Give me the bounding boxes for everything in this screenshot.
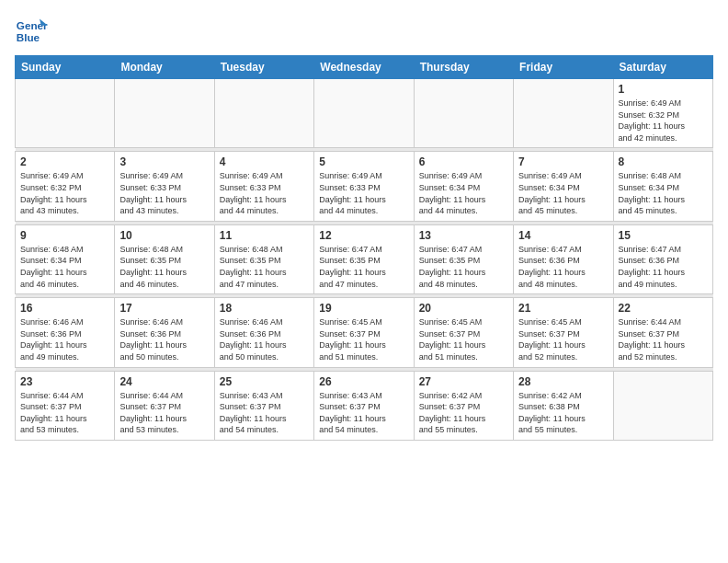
calendar-header-row: SundayMondayTuesdayWednesdayThursdayFrid… [16,56,713,79]
day-info: Sunrise: 6:46 AM Sunset: 6:36 PM Dayligh… [119,316,209,362]
calendar-cell: 28Sunrise: 6:42 AM Sunset: 6:38 PM Dayli… [514,371,613,440]
calendar-cell: 10Sunrise: 6:48 AM Sunset: 6:35 PM Dayli… [115,224,214,293]
page-header: General Blue [15,15,713,48]
day-info: Sunrise: 6:45 AM Sunset: 6:37 PM Dayligh… [319,316,408,362]
day-number: 26 [319,375,408,388]
day-info: Sunrise: 6:45 AM Sunset: 6:37 PM Dayligh… [518,316,608,362]
header-wednesday: Wednesday [314,56,414,79]
calendar-cell: 19Sunrise: 6:45 AM Sunset: 6:37 PM Dayli… [314,298,414,367]
day-info: Sunrise: 6:42 AM Sunset: 6:37 PM Dayligh… [419,390,508,436]
day-info: Sunrise: 6:49 AM Sunset: 6:32 PM Dayligh… [20,170,109,216]
day-info: Sunrise: 6:49 AM Sunset: 6:34 PM Dayligh… [419,170,508,216]
day-number: 4 [220,155,309,168]
calendar-cell: 6Sunrise: 6:49 AM Sunset: 6:34 PM Daylig… [414,152,513,221]
calendar-cell: 18Sunrise: 6:46 AM Sunset: 6:36 PM Dayli… [214,298,313,367]
calendar-cell: 15Sunrise: 6:47 AM Sunset: 6:36 PM Dayli… [613,224,712,293]
calendar-cell [613,371,712,440]
day-info: Sunrise: 6:49 AM Sunset: 6:32 PM Dayligh… [619,98,708,144]
calendar-cell: 1Sunrise: 6:49 AM Sunset: 6:32 PM Daylig… [613,79,712,148]
day-number: 28 [518,375,608,388]
calendar-table: SundayMondayTuesdayWednesdayThursdayFrid… [15,55,713,441]
day-number: 2 [20,155,109,168]
calendar-cell: 16Sunrise: 6:46 AM Sunset: 6:36 PM Dayli… [16,298,115,367]
calendar-cell: 2Sunrise: 6:49 AM Sunset: 6:32 PM Daylig… [16,152,115,221]
day-info: Sunrise: 6:43 AM Sunset: 6:37 PM Dayligh… [220,390,309,436]
calendar-cell: 12Sunrise: 6:47 AM Sunset: 6:35 PM Dayli… [314,224,414,293]
day-number: 15 [619,229,708,242]
calendar-cell: 20Sunrise: 6:45 AM Sunset: 6:37 PM Dayli… [414,298,513,367]
day-number: 17 [119,302,209,315]
calendar-week-3: 9Sunrise: 6:48 AM Sunset: 6:34 PM Daylig… [16,224,713,293]
day-number: 20 [419,302,508,315]
calendar-week-1: 1Sunrise: 6:49 AM Sunset: 6:32 PM Daylig… [16,79,713,148]
day-number: 6 [419,155,508,168]
day-number: 9 [20,229,109,242]
day-info: Sunrise: 6:48 AM Sunset: 6:35 PM Dayligh… [220,244,309,290]
day-info: Sunrise: 6:42 AM Sunset: 6:38 PM Dayligh… [518,390,608,436]
day-number: 21 [518,302,608,315]
day-number: 27 [419,375,508,388]
calendar-cell: 7Sunrise: 6:49 AM Sunset: 6:34 PM Daylig… [514,152,613,221]
day-info: Sunrise: 6:44 AM Sunset: 6:37 PM Dayligh… [119,390,209,436]
day-info: Sunrise: 6:47 AM Sunset: 6:35 PM Dayligh… [419,244,508,290]
day-info: Sunrise: 6:48 AM Sunset: 6:34 PM Dayligh… [20,244,109,290]
day-info: Sunrise: 6:49 AM Sunset: 6:34 PM Dayligh… [518,170,608,216]
calendar-cell [514,79,613,148]
day-info: Sunrise: 6:44 AM Sunset: 6:37 PM Dayligh… [20,390,109,436]
calendar-cell [115,79,214,148]
header-tuesday: Tuesday [214,56,313,79]
logo-icon: General Blue [15,15,48,48]
calendar-cell: 4Sunrise: 6:49 AM Sunset: 6:33 PM Daylig… [214,152,313,221]
day-number: 8 [619,155,708,168]
calendar-cell: 9Sunrise: 6:48 AM Sunset: 6:34 PM Daylig… [16,224,115,293]
day-number: 7 [518,155,608,168]
day-number: 25 [220,375,309,388]
calendar-cell [214,79,313,148]
day-info: Sunrise: 6:49 AM Sunset: 6:33 PM Dayligh… [119,170,209,216]
header-thursday: Thursday [414,56,513,79]
logo: General Blue [15,15,51,48]
day-info: Sunrise: 6:47 AM Sunset: 6:35 PM Dayligh… [319,244,408,290]
calendar-cell: 24Sunrise: 6:44 AM Sunset: 6:37 PM Dayli… [115,371,214,440]
calendar-cell: 14Sunrise: 6:47 AM Sunset: 6:36 PM Dayli… [514,224,613,293]
day-number: 11 [220,229,309,242]
svg-text:Blue: Blue [17,31,40,43]
day-info: Sunrise: 6:45 AM Sunset: 6:37 PM Dayligh… [419,316,508,362]
header-monday: Monday [115,56,214,79]
day-info: Sunrise: 6:43 AM Sunset: 6:37 PM Dayligh… [319,390,408,436]
header-friday: Friday [514,56,613,79]
day-number: 3 [119,155,209,168]
day-info: Sunrise: 6:46 AM Sunset: 6:36 PM Dayligh… [20,316,109,362]
header-saturday: Saturday [613,56,712,79]
day-info: Sunrise: 6:49 AM Sunset: 6:33 PM Dayligh… [319,170,408,216]
calendar-cell: 17Sunrise: 6:46 AM Sunset: 6:36 PM Dayli… [115,298,214,367]
day-info: Sunrise: 6:47 AM Sunset: 6:36 PM Dayligh… [619,244,708,290]
calendar-cell: 23Sunrise: 6:44 AM Sunset: 6:37 PM Dayli… [16,371,115,440]
day-number: 1 [619,83,708,96]
day-number: 19 [319,302,408,315]
calendar-cell [16,79,115,148]
day-number: 24 [119,375,209,388]
day-number: 13 [419,229,508,242]
calendar-cell: 22Sunrise: 6:44 AM Sunset: 6:37 PM Dayli… [613,298,712,367]
day-number: 18 [220,302,309,315]
calendar-cell: 11Sunrise: 6:48 AM Sunset: 6:35 PM Dayli… [214,224,313,293]
calendar-cell: 25Sunrise: 6:43 AM Sunset: 6:37 PM Dayli… [214,371,313,440]
calendar-cell: 5Sunrise: 6:49 AM Sunset: 6:33 PM Daylig… [314,152,414,221]
calendar-week-5: 23Sunrise: 6:44 AM Sunset: 6:37 PM Dayli… [16,371,713,440]
calendar-week-4: 16Sunrise: 6:46 AM Sunset: 6:36 PM Dayli… [16,298,713,367]
calendar-cell: 13Sunrise: 6:47 AM Sunset: 6:35 PM Dayli… [414,224,513,293]
day-info: Sunrise: 6:47 AM Sunset: 6:36 PM Dayligh… [518,244,608,290]
calendar-cell: 21Sunrise: 6:45 AM Sunset: 6:37 PM Dayli… [514,298,613,367]
calendar-cell: 27Sunrise: 6:42 AM Sunset: 6:37 PM Dayli… [414,371,513,440]
day-info: Sunrise: 6:49 AM Sunset: 6:33 PM Dayligh… [220,170,309,216]
day-number: 10 [119,229,209,242]
calendar-week-2: 2Sunrise: 6:49 AM Sunset: 6:32 PM Daylig… [16,152,713,221]
day-number: 22 [619,302,708,315]
calendar-cell: 8Sunrise: 6:48 AM Sunset: 6:34 PM Daylig… [613,152,712,221]
day-info: Sunrise: 6:48 AM Sunset: 6:35 PM Dayligh… [119,244,209,290]
calendar-cell [314,79,414,148]
day-number: 14 [518,229,608,242]
day-info: Sunrise: 6:44 AM Sunset: 6:37 PM Dayligh… [619,316,708,362]
day-number: 16 [20,302,109,315]
